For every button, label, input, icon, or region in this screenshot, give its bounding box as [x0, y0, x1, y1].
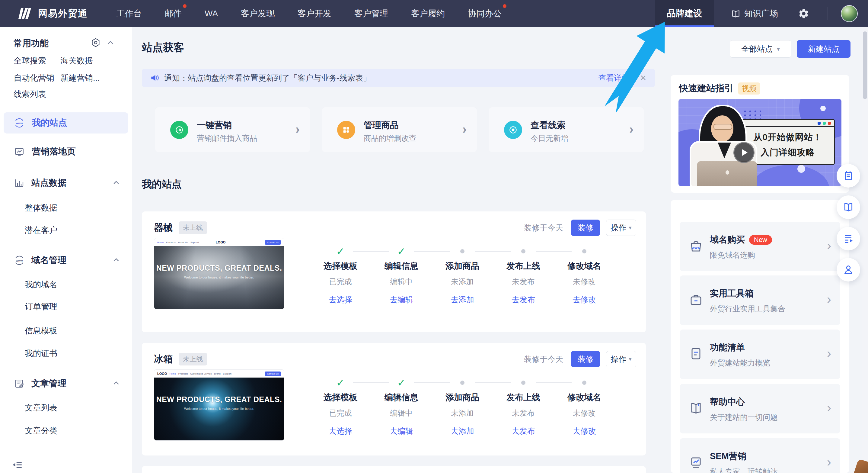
pending-dot-icon: [460, 249, 464, 254]
new-site-button[interactable]: 新建站点: [797, 40, 850, 58]
right-panel-cards-container: www 域名购买New 限免域名选购 › 实用工具箱 外贸行业实用工具集合 › …: [671, 200, 849, 473]
page-title: 站点获客: [142, 40, 184, 55]
step-action-link[interactable]: 去编辑: [377, 295, 426, 305]
caret-down-icon: ▾: [777, 45, 780, 53]
sidebar-group-domain-management[interactable]: www 域名管理: [14, 254, 66, 266]
quick-card-view-leads[interactable]: 查看线索 今日无新增 ›: [489, 107, 644, 152]
pending-dot-icon: [521, 381, 525, 385]
preview-contact-button: Contact us: [265, 372, 281, 376]
chevron-up-icon[interactable]: [112, 379, 120, 387]
panel-card-help-center[interactable]: 帮助中心 关于建站的一切问题 ›: [680, 384, 840, 434]
settings-gear-icon[interactable]: [798, 8, 809, 19]
site-filter-dropdown[interactable]: 全部站点 ▾: [730, 40, 791, 58]
nav-customer-discovery[interactable]: 客户发现: [241, 8, 275, 19]
scrollbar-thumb[interactable]: [863, 31, 867, 99]
person-icon: [842, 264, 855, 276]
sidebar-item-article-categories[interactable]: 文章分类: [25, 425, 57, 436]
panel-card-domain-purchase[interactable]: www 域名购买New 限免域名选购 ›: [680, 222, 840, 271]
preview-hero-title: NEW PRODUCTS, GREAT DEALS.: [154, 395, 284, 404]
logo-mark-icon: [18, 7, 33, 20]
step-action-link[interactable]: 去编辑: [377, 426, 426, 437]
site-preview-thumbnail[interactable]: Home Products About Us Support LOGO Cont…: [154, 238, 284, 309]
decorate-button[interactable]: 装修: [571, 219, 600, 236]
step-action-link[interactable]: 去添加: [438, 295, 487, 305]
nav-collaboration[interactable]: 协同办公: [468, 8, 502, 19]
link-global-search[interactable]: 全球搜索: [13, 55, 46, 66]
play-button-icon[interactable]: [734, 142, 754, 163]
nav-mail[interactable]: 邮件: [165, 8, 182, 19]
link-leads-list[interactable]: 线索列表: [13, 89, 46, 100]
app-logo[interactable]: 网易外贸通: [18, 0, 88, 27]
nav-knowledge-square[interactable]: 知识广场: [731, 8, 778, 19]
sidebar-item-marketing-landing[interactable]: 营销落地页: [14, 146, 76, 158]
step-action-link[interactable]: 去发布: [499, 295, 548, 305]
notice-detail-link[interactable]: 查看详情: [598, 73, 629, 83]
quick-card-one-click-marketing[interactable]: 一键营销 营销邮件插入商品 ›: [155, 107, 310, 152]
step-action-link[interactable]: 去选择: [316, 426, 365, 437]
sidebar-item-my-certificates[interactable]: 我的证书: [25, 348, 57, 359]
video-tag: 视频: [738, 83, 760, 94]
topbar-right: 品牌建设 知识广场: [655, 0, 868, 27]
site-status-badge: 未上线: [179, 221, 207, 234]
actions-dropdown-button[interactable]: 操作▾: [606, 219, 636, 236]
floating-contact-button[interactable]: [837, 258, 860, 282]
step-action-link[interactable]: 去修改: [560, 295, 609, 305]
nav-customer-development[interactable]: 客户开发: [298, 8, 331, 19]
step-action-link[interactable]: 去修改: [560, 426, 609, 437]
panel-card-toolbox[interactable]: 实用工具箱 外贸行业实用工具集合 ›: [680, 275, 840, 325]
user-avatar[interactable]: [841, 5, 858, 22]
sidebar-item-overall-data[interactable]: 整体数据: [25, 202, 57, 213]
site-card-qixie: 器械 未上线 装修于今天 装修 操作▾ Home Products About …: [142, 211, 646, 332]
decorate-button[interactable]: 装修: [571, 351, 600, 367]
chevron-up-icon[interactable]: [112, 256, 120, 264]
step-action-link[interactable]: 去发布: [499, 426, 548, 437]
quick-build-guide-card: 快速建站指引 视频 从0开始做网站！ 入门详细攻略: [671, 75, 849, 193]
nav-customer-management[interactable]: 客户管理: [354, 8, 388, 19]
check-icon: ✓: [336, 245, 345, 257]
nav-customer-fulfillment[interactable]: 客户履约: [411, 8, 445, 19]
renovated-label: 装修于今天: [524, 354, 563, 364]
sidebar-item-article-list[interactable]: 文章列表: [25, 402, 57, 413]
panel-card-desc: 私人专家，玩转触达: [710, 467, 778, 473]
guide-video-thumbnail[interactable]: 从0开始做网站！ 入门详细攻略: [679, 99, 841, 186]
step-action-link[interactable]: 去添加: [438, 426, 487, 437]
floating-handbook-button[interactable]: [837, 196, 860, 219]
floating-notes-button[interactable]: [837, 164, 860, 187]
sidebar-group-article-management[interactable]: 文章管理: [14, 378, 66, 390]
panel-card-desc: 关于建站的一切问题: [710, 412, 778, 422]
quick-card-desc: 营销邮件插入商品: [197, 133, 257, 143]
panel-card-feature-list[interactable]: 功能清单 外贸建站能力概览 ›: [680, 329, 840, 379]
sidebar-item-my-domains[interactable]: 我的域名: [25, 279, 57, 290]
list-play-icon: [842, 233, 855, 245]
manage-common-functions-icon[interactable]: [91, 37, 101, 48]
nav-brand-building-active[interactable]: 品牌建设: [655, 0, 714, 27]
sidebar-item-my-site-active[interactable]: www 我的站点: [4, 112, 128, 134]
caret-down-icon: ▾: [629, 225, 631, 231]
link-marketing-automation[interactable]: 自动化营销: [13, 72, 54, 83]
link-new-marketing[interactable]: 新建营销...: [60, 72, 100, 83]
collapse-common-icon[interactable]: [106, 39, 115, 47]
nav-wa[interactable]: WA: [205, 9, 218, 19]
site-preview-thumbnail[interactable]: LOGO Home Products Customized Service Br…: [154, 369, 284, 441]
quick-card-manage-products[interactable]: 管理商品 商品的增删改查 ›: [322, 107, 477, 152]
actions-dropdown-button[interactable]: 操作▾: [606, 351, 636, 367]
panel-card-sem-marketing[interactable]: SEM营销 私人专家，玩转触达 ›: [680, 438, 840, 473]
collapse-sidebar-icon[interactable]: [13, 460, 23, 470]
floating-changelog-button[interactable]: [837, 227, 860, 250]
step-action-link[interactable]: 去选择: [316, 295, 365, 305]
nav-workbench[interactable]: 工作台: [117, 8, 142, 19]
check-icon: ✓: [336, 377, 345, 389]
site-card-header: 器械 未上线 装修于今天 装修 操作▾: [154, 219, 636, 236]
app-root: 网易外贸通 工作台 邮件 WA 客户发现 客户开发 客户管理 客户履约 协同办公…: [0, 0, 868, 473]
notice-text: 通知：站点询盘的查看位置更新到了「客户与业务-线索表」: [164, 73, 371, 83]
chevron-right-icon: ›: [827, 293, 831, 306]
sidebar-group-site-data[interactable]: 站点数据: [14, 177, 66, 189]
close-icon[interactable]: ✕: [640, 73, 647, 83]
sidebar-item-potential-customers[interactable]: 潜在客户: [25, 225, 57, 236]
chevron-up-icon[interactable]: [112, 179, 120, 187]
sidebar-item-info-templates[interactable]: 信息模板: [25, 325, 57, 336]
active-tab-underline: [655, 25, 714, 27]
link-customs-data[interactable]: 海关数据: [60, 55, 93, 66]
sidebar-item-order-management[interactable]: 订单管理: [25, 301, 57, 312]
panel-card-title: 域名购买: [710, 234, 745, 246]
